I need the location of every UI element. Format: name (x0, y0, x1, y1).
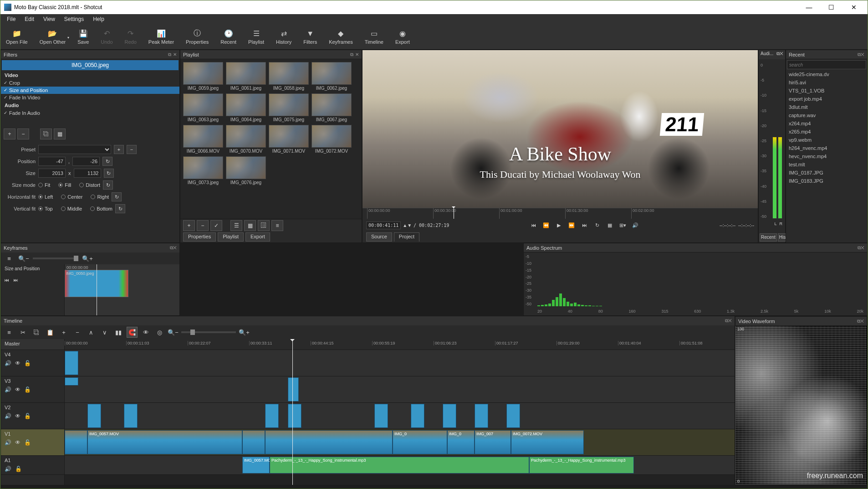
filter-fade-in-video[interactable]: Fade In Video (1, 94, 179, 101)
hfit-right[interactable]: Right (91, 194, 109, 200)
kf-zoom-in-button[interactable]: 🔍+ (82, 253, 93, 264)
hfit-reset-button[interactable]: ↻ (112, 192, 122, 201)
timeline-clip[interactable] (443, 404, 456, 428)
toolbar-filters[interactable]: ▼Filters (301, 28, 319, 46)
track-row-v2[interactable] (65, 403, 735, 429)
kf-zoom-slider[interactable] (33, 257, 78, 259)
track-v2[interactable]: V2🔊👁🔓 (1, 403, 64, 429)
toolbar-keyframes[interactable]: ◆Keyframes (327, 28, 355, 46)
timeline-clip[interactable] (265, 404, 279, 428)
playlist-item[interactable]: IMG_0071.MOV (269, 125, 309, 154)
sizemode-reset-button[interactable]: ↻ (103, 180, 113, 190)
timeline-clip[interactable] (65, 351, 78, 375)
tab-playlist[interactable]: Playlist (218, 232, 244, 242)
grid-button[interactable]: ⊞▾ (618, 221, 627, 229)
eye-icon[interactable]: 👁 (15, 413, 20, 419)
tab-export[interactable]: Export (245, 232, 270, 242)
playlist-item[interactable]: IMG_0063.jpeg (183, 93, 223, 122)
preview-scrubber[interactable]: 00:00:00:0000:00:30:0000:01:00:0000:01:3… (363, 208, 758, 219)
track-row-v4[interactable] (65, 350, 735, 376)
preset-select[interactable] (38, 145, 111, 154)
tl-zoom-slider[interactable] (181, 331, 236, 333)
toolbar-open-other[interactable]: 📂Open Other▾ (38, 28, 67, 46)
timeline-clip[interactable] (374, 404, 388, 428)
playlist-remove-button[interactable]: − (197, 220, 209, 231)
lock-icon[interactable]: 🔓 (24, 360, 31, 366)
timeline-clip[interactable] (87, 404, 101, 428)
undock-icon[interactable]: ⧉ (350, 52, 353, 57)
track-row-v1[interactable]: IMG_0057.MOV IMG_0 IMG_0 IMG_007 IMG_007… (65, 429, 735, 456)
play-button[interactable]: ▶ (555, 221, 563, 229)
size-w-input[interactable] (38, 169, 66, 178)
track-v3[interactable]: V3🔊👁🔓 (1, 376, 64, 403)
menu-settings[interactable]: Settings (61, 15, 87, 23)
kf-zoom-out-button[interactable]: 🔍− (18, 253, 29, 264)
toolbar-timeline[interactable]: ▭Timeline (363, 28, 385, 46)
preset-remove-button[interactable]: − (127, 145, 137, 154)
vfit-middle[interactable]: Middle (61, 206, 82, 211)
kf-playhead[interactable] (97, 264, 97, 315)
tl-lift-button[interactable]: ∧ (86, 327, 97, 338)
close-panel-icon[interactable]: ⧉✕ (776, 51, 783, 58)
timeline-clip[interactable] (65, 430, 87, 454)
close-panel-icon[interactable]: ⧉✕ (857, 319, 864, 324)
lock-icon[interactable]: 🔓 (24, 386, 31, 393)
toolbar-properties[interactable]: ⓘProperties (184, 28, 210, 46)
timeline-clip[interactable] (475, 404, 488, 428)
undock-icon[interactable]: ⧉ (168, 52, 171, 57)
playlist-item[interactable]: IMG_0061.jpeg (226, 62, 266, 91)
maximize-button[interactable]: ☐ (821, 1, 842, 14)
menu-edit[interactable]: Edit (21, 15, 38, 23)
tl-ripple-button[interactable]: ◎ (154, 327, 165, 338)
close-button[interactable]: ✕ (843, 1, 864, 14)
tl-zoom-in-button[interactable]: 🔍+ (239, 327, 250, 338)
timeline-clip[interactable] (65, 377, 78, 386)
playlist-item[interactable]: IMG_0058.jpeg (269, 62, 309, 91)
playlist-item[interactable]: IMG_0066.MOV (183, 125, 223, 154)
recent-item[interactable]: test.mlt (786, 160, 867, 169)
filter-fade-in-audio[interactable]: Fade In Audio (1, 109, 179, 117)
minimize-button[interactable]: — (799, 1, 819, 14)
tab-recent[interactable]: Recent (760, 233, 777, 242)
timeline-clip[interactable]: IMG_0057.MO (242, 457, 270, 474)
playlist-view-list-button[interactable]: ☰ (230, 220, 242, 231)
playlist-add-button[interactable]: + (183, 220, 195, 231)
timeline-clip[interactable] (265, 430, 393, 454)
close-panel-icon[interactable]: ✕ (355, 52, 359, 57)
zoom-button[interactable]: ▦ (606, 221, 614, 229)
playlist-view-tiles-button[interactable]: ▦ (244, 220, 256, 231)
tl-menu-button[interactable]: ≡ (4, 327, 15, 338)
timeline-clip[interactable]: IMG_0057.MOV (87, 430, 242, 454)
timeline-clip[interactable] (124, 404, 138, 428)
size-h-input[interactable] (74, 169, 101, 178)
vfit-bottom[interactable]: Bottom (90, 206, 112, 211)
tl-cut-button[interactable]: ✂ (17, 327, 28, 338)
playlist-item[interactable]: IMG_0064.jpeg (226, 93, 266, 122)
timeline-clip[interactable]: Pachyderm_-_13_-_Happy_Song_instrumental… (270, 457, 529, 474)
eye-icon[interactable]: 👁 (15, 439, 20, 446)
tl-copy-button[interactable]: ⿻ (31, 327, 42, 338)
tl-overwrite-button[interactable]: ∨ (99, 327, 110, 338)
close-panel-icon[interactable]: ⧉✕ (858, 245, 864, 251)
toolbar-peak-meter[interactable]: 📊Peak Meter (147, 28, 176, 46)
kf-prev-button[interactable]: ⏮ (5, 278, 9, 283)
vfit-reset-button[interactable]: ↻ (115, 204, 125, 213)
toolbar-open-file[interactable]: 📁Open File (4, 28, 30, 46)
tab-properties[interactable]: Properties (183, 232, 216, 242)
copy-filter-button[interactable]: ⿻ (40, 129, 52, 139)
recent-item[interactable]: hevc_nvenc.mp4 (786, 152, 867, 160)
track-row-a1[interactable]: IMG_0057.MO Pachyderm_-_13_-_Happy_Song_… (65, 456, 735, 475)
timeline-clip[interactable] (411, 404, 424, 428)
track-v4[interactable]: V4🔊👁🔓 (1, 350, 64, 376)
remove-filter-button[interactable]: − (17, 129, 29, 139)
hfit-center[interactable]: Center (61, 194, 82, 200)
tl-remove-button[interactable]: − (72, 327, 83, 338)
recent-item[interactable]: capture.wav (786, 111, 867, 119)
position-x-input[interactable] (38, 157, 66, 166)
timeline-clip[interactable] (288, 404, 301, 428)
track-row-v3[interactable] (65, 376, 735, 403)
playlist-item[interactable]: IMG_0073.jpeg (183, 156, 223, 185)
mute-icon[interactable]: 🔊 (5, 439, 11, 446)
toolbar-undo[interactable]: ↶Undo (99, 28, 114, 46)
playlist-item[interactable]: IMG_0072.MOV (311, 125, 352, 154)
